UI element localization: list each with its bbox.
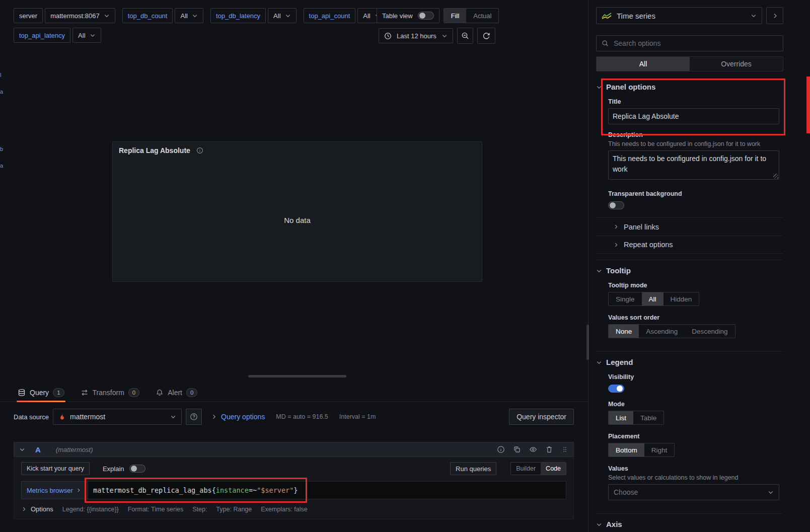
transparent-background-toggle[interactable] [608,201,624,209]
time-range-picker[interactable]: Last 12 hours [379,28,453,43]
transform-icon [81,389,89,397]
legend-header[interactable]: Legend [596,358,783,366]
chevron-down-icon [90,32,96,38]
tab-all-options[interactable]: All [597,57,690,71]
chevron-right-icon [211,414,217,420]
explain-label: Explain [103,465,124,473]
run-queries-button[interactable]: Run queries [450,462,496,475]
legend-visibility-toggle[interactable] [608,385,624,393]
query-expression-row: Metrics browser mattermost_db_replica_la… [21,481,566,499]
metrics-browser-label: Metrics browser [27,487,73,494]
sort-none[interactable]: None [609,325,639,338]
code-option[interactable]: Code [541,463,566,475]
datasource-picker[interactable]: mattermost [53,409,182,425]
fill-actual-group: Fill Actual [444,8,499,23]
chevron-right-icon [613,242,619,248]
metrics-browser-button[interactable]: Metrics browser [21,481,88,499]
kick-start-query-button[interactable]: Kick start your query [21,462,90,475]
tab-alert[interactable]: Alert 0 [155,384,198,401]
tooltip-mode-single[interactable]: Single [609,292,642,306]
refresh-button[interactable] [477,28,495,44]
options-label: Options [31,505,53,513]
pane-splitter-grab[interactable] [586,325,589,360]
collapse-options-pane-button[interactable] [766,7,783,24]
panel-title-input[interactable] [608,108,779,124]
actual-option[interactable]: Actual [466,9,498,23]
delete-query-trash-icon[interactable] [545,445,553,453]
query-options-summary-row: Options Legend: {{instance}} Format: Tim… [21,505,566,513]
legend-placement-right[interactable]: Right [644,443,675,457]
legend-mode-table[interactable]: Table [633,411,664,424]
info-circle-icon[interactable] [196,147,203,154]
pane-splitter[interactable] [588,0,588,532]
explain-toggle[interactable] [129,465,145,473]
query-options-toggle[interactable]: Query options [211,413,265,421]
variable-top-db-latency-value[interactable]: All [268,8,296,23]
tab-query[interactable]: Query 1 [17,384,65,401]
axis-header[interactable]: Axis [596,520,783,528]
builder-option[interactable]: Builder [511,463,541,475]
pane-resize-handle[interactable] [248,375,346,377]
legend-placement-bottom[interactable]: Bottom [609,443,644,457]
tab-transform-badge: 0 [128,388,139,397]
panel-preview-body: No data [113,159,482,281]
legend-title: Legend [606,358,633,366]
textarea-resize-grip-icon[interactable] [773,174,778,179]
variable-server-value[interactable]: mattermost:8067 [45,8,115,23]
values-sort-order-group: None Ascending Descending [608,324,735,338]
zoom-out-icon [461,32,469,40]
datasource-help-button[interactable] [186,409,202,425]
sort-descending[interactable]: Descending [685,325,734,338]
options-exemplars-text: Exemplars: false [261,506,307,513]
panel-description-textarea[interactable]: This needs to be configured in config.js… [608,150,779,180]
panel-preview-title: Replica Lag Absolute [119,146,190,155]
legend-values-select[interactable]: Choose [608,484,779,500]
query-row-header[interactable]: A (mattermost) [14,442,574,457]
tooltip-header[interactable]: Tooltip [596,266,783,275]
variable-top-db-count-label[interactable]: top_db_count [122,8,173,23]
panel-options-title: Panel options [606,83,655,91]
zoom-out-button[interactable] [457,28,473,44]
query-inspector-button[interactable]: Query inspector [509,409,574,425]
panel-links-collapser[interactable]: Panel links [596,217,783,236]
options-search-input[interactable] [613,39,778,48]
options-collapser[interactable]: Options [21,505,53,513]
promql-expression-input[interactable]: mattermost_db_replica_lag_abs{instance=~… [88,481,566,499]
variable-top-api-count-label[interactable]: top_api_count [304,8,356,23]
variable-top-api-latency-value[interactable]: All [72,28,101,43]
variable-server-label[interactable]: server [14,8,43,23]
visualization-header: Time series [596,7,783,24]
variable-top-api-latency-label[interactable]: top_api_latency [14,28,70,43]
panel-options-header[interactable]: Panel options [596,83,783,91]
datasource-label: Data source [14,413,49,421]
variable-top-db-count-value[interactable]: All [175,8,203,23]
visualization-picker[interactable]: Time series [596,7,762,24]
expr-metric: mattermost_db_replica_lag_abs [93,486,212,494]
interval-text: Interval = 1m [339,413,376,420]
variable-server: server mattermost:8067 [14,8,115,23]
duplicate-query-icon[interactable] [513,445,521,453]
tooltip-mode-all[interactable]: All [642,292,664,306]
query-ref-id: A [35,445,41,454]
hide-query-eye-icon[interactable] [529,445,537,453]
variable-top-db-latency: top_db_latency All [210,8,297,23]
options-search[interactable] [596,35,783,51]
legend-mode-list[interactable]: List [609,411,633,424]
section-axis: Axis [596,513,783,528]
drag-handle-icon[interactable] [561,446,568,453]
options-format-text: Format: Time series [128,506,183,513]
info-circle-icon[interactable] [497,445,505,453]
tab-transform[interactable]: Transform 0 [80,384,141,401]
tooltip-mode-hidden[interactable]: Hidden [664,292,699,306]
repeat-options-collapser[interactable]: Repeat options [596,236,783,254]
sort-ascending[interactable]: Ascending [639,325,685,338]
variable-top-db-latency-label[interactable]: top_db_latency [210,8,266,23]
left-clipped-text: a [0,89,3,95]
table-view-toggle[interactable] [418,12,434,20]
fill-option[interactable]: Fill [444,9,467,23]
tab-overrides[interactable]: Overrides [690,57,783,71]
title-field-label: Title [608,98,779,105]
tooltip-mode-label: Tooltip mode [608,282,779,289]
chevron-down-icon [596,84,602,90]
section-legend: Legend Visibility Mode List Table Placem… [596,351,783,500]
